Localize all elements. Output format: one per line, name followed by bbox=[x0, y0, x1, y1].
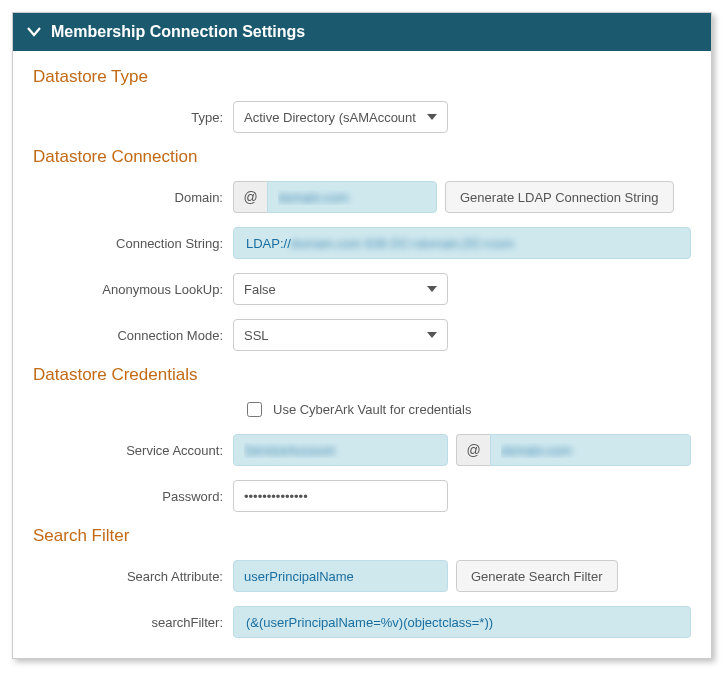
row-type: Type: Active Directory (sAMAccount bbox=[33, 101, 691, 133]
generate-ldap-button[interactable]: Generate LDAP Connection String bbox=[445, 181, 674, 213]
label-domain: Domain: bbox=[33, 190, 233, 205]
section-datastore-connection-heading: Datastore Connection bbox=[33, 147, 691, 167]
label-password: Password: bbox=[33, 489, 233, 504]
section-datastore-type-heading: Datastore Type bbox=[33, 67, 691, 87]
label-anonymous-lookup: Anonymous LookUp: bbox=[33, 282, 233, 297]
domain-input[interactable] bbox=[267, 181, 437, 213]
section-search-filter-heading: Search Filter bbox=[33, 526, 691, 546]
panel-body: Datastore Type Type: Active Directory (s… bbox=[13, 51, 711, 658]
membership-connection-panel: Membership Connection Settings Datastore… bbox=[12, 12, 712, 659]
connection-string-blurred: domain.com 636 DC=domain,DC=com bbox=[291, 236, 514, 251]
label-cyberark: Use CyberArk Vault for credentials bbox=[273, 402, 471, 417]
section-datastore-credentials-heading: Datastore Credentials bbox=[33, 365, 691, 385]
domain-input-group: @ bbox=[233, 181, 437, 213]
service-account-domain-group: @ bbox=[456, 434, 691, 466]
anonymous-lookup-select[interactable]: False bbox=[233, 273, 448, 305]
chevron-down-icon bbox=[27, 23, 41, 41]
service-account-domain-input[interactable] bbox=[490, 434, 691, 466]
row-cyberark: Use CyberArk Vault for credentials bbox=[243, 399, 691, 420]
label-connection-mode: Connection Mode: bbox=[33, 328, 233, 343]
row-connection-string: Connection String: LDAP://domain.com 636… bbox=[33, 227, 691, 259]
connection-string-field[interactable]: LDAP://domain.com 636 DC=domain,DC=com bbox=[233, 227, 691, 259]
row-anonymous-lookup: Anonymous LookUp: False bbox=[33, 273, 691, 305]
search-filter-field[interactable]: (&(userPrincipalName=%v)(objectclass=*)) bbox=[233, 606, 691, 638]
label-service-account: Service Account: bbox=[33, 443, 233, 458]
panel-title: Membership Connection Settings bbox=[51, 23, 305, 41]
label-search-filter: searchFilter: bbox=[33, 615, 233, 630]
row-search-filter: searchFilter: (&(userPrincipalName=%v)(o… bbox=[33, 606, 691, 638]
at-icon: @ bbox=[233, 181, 267, 213]
password-input[interactable] bbox=[233, 480, 448, 512]
generate-search-filter-button[interactable]: Generate Search Filter bbox=[456, 560, 618, 592]
row-service-account: Service Account: @ bbox=[33, 434, 691, 466]
label-connection-string: Connection String: bbox=[33, 236, 233, 251]
connection-string-prefix: LDAP:// bbox=[246, 236, 291, 251]
row-password: Password: bbox=[33, 480, 691, 512]
service-account-input[interactable] bbox=[233, 434, 448, 466]
row-connection-mode: Connection Mode: SSL bbox=[33, 319, 691, 351]
label-search-attribute: Search Attribute: bbox=[33, 569, 233, 584]
label-type: Type: bbox=[33, 110, 233, 125]
cyberark-checkbox[interactable] bbox=[247, 402, 262, 417]
connection-mode-select[interactable]: SSL bbox=[233, 319, 448, 351]
panel-header[interactable]: Membership Connection Settings bbox=[13, 13, 711, 51]
at-icon: @ bbox=[456, 434, 490, 466]
search-attribute-input[interactable] bbox=[233, 560, 448, 592]
type-select[interactable]: Active Directory (sAMAccount bbox=[233, 101, 448, 133]
row-domain: Domain: @ Generate LDAP Connection Strin… bbox=[33, 181, 691, 213]
row-search-attribute: Search Attribute: Generate Search Filter bbox=[33, 560, 691, 592]
